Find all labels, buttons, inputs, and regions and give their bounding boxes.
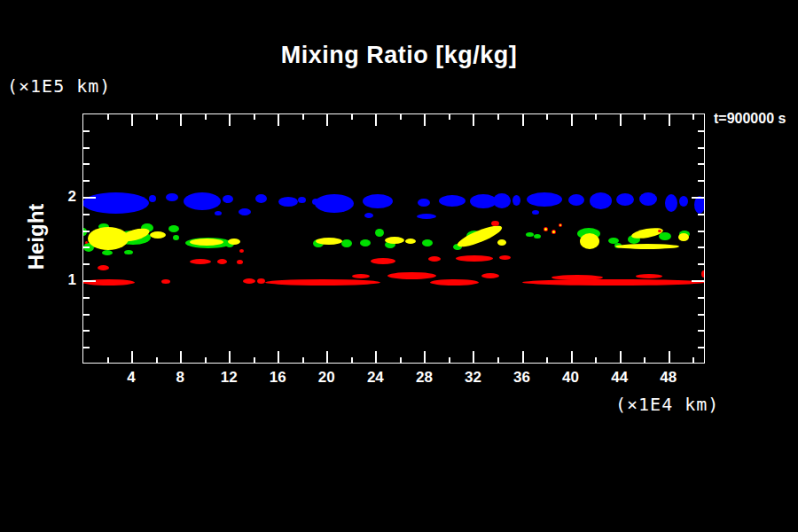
axis-tick <box>698 263 704 265</box>
contour-blob-blue <box>679 196 688 207</box>
x-tick-label: 36 <box>513 369 530 387</box>
x-tick-label: 40 <box>562 369 579 387</box>
axis-tick <box>83 163 90 165</box>
axis-tick <box>131 351 133 363</box>
contour-blob-red <box>217 259 227 264</box>
axis-tick <box>698 231 704 232</box>
contour-blob-blue <box>364 213 373 218</box>
x-tick-label: 16 <box>270 369 286 387</box>
axis-tick <box>83 297 90 299</box>
contour-blob-blue <box>418 199 430 207</box>
axis-tick <box>698 163 704 165</box>
axis-tick <box>83 231 90 232</box>
axis-tick <box>254 114 255 120</box>
contour-blob-blue <box>239 208 251 215</box>
contour-blob-yellow <box>385 237 404 244</box>
contour-blob-green <box>526 232 534 237</box>
contour-blob-blue <box>568 194 584 206</box>
axis-tick <box>698 214 704 215</box>
contour-blob-blue <box>255 194 267 203</box>
contour-blob-red <box>190 259 211 264</box>
y-axis-title: Height <box>24 204 49 270</box>
axis-tick <box>180 114 182 126</box>
contour-blob-red <box>430 279 479 286</box>
y-tick-label: 1 <box>50 271 76 289</box>
axis-tick <box>351 357 353 363</box>
contour-blob-red <box>658 230 661 232</box>
contour-blob-red <box>387 272 436 279</box>
axis-tick <box>83 330 90 332</box>
axis-tick <box>254 357 255 363</box>
x-tick-label: 20 <box>318 369 335 387</box>
axis-tick <box>497 357 499 363</box>
axis-tick <box>375 351 377 363</box>
x-tick-label: 24 <box>367 369 384 387</box>
axis-tick <box>522 351 524 363</box>
axis-tick <box>205 357 207 363</box>
x-tick-label: 48 <box>660 369 677 387</box>
contour-blob-blue <box>363 194 393 208</box>
x-tick-label: 12 <box>221 369 238 387</box>
contour-blob-blue <box>665 194 677 212</box>
axis-tick <box>107 114 109 120</box>
contour-blob-blue <box>166 193 178 201</box>
axis-tick <box>644 357 645 363</box>
axis-tick <box>205 114 207 120</box>
contour-blob-red <box>522 279 704 286</box>
axis-tick <box>302 357 304 363</box>
axis-tick <box>571 114 573 126</box>
axis-tick <box>424 114 426 126</box>
contour-blob-yellow <box>559 224 561 226</box>
axis-tick <box>424 351 426 363</box>
contour-blob-red <box>428 256 441 262</box>
axis-tick <box>302 114 304 120</box>
axis-tick <box>698 347 704 348</box>
contour-blob-red <box>239 249 244 253</box>
axis-tick <box>375 114 377 126</box>
axis-tick <box>497 114 499 120</box>
contour-blob-blue <box>149 195 156 202</box>
axis-tick <box>473 114 474 126</box>
axis-tick <box>669 351 670 363</box>
contour-blob-green <box>341 239 352 247</box>
contour-blob-green <box>360 239 371 246</box>
axis-tick <box>229 351 231 363</box>
contour-blob-red <box>636 274 662 278</box>
axis-tick <box>83 130 90 132</box>
axis-tick <box>400 114 402 120</box>
contour-blob-blue <box>184 192 221 210</box>
contour-blob-yellow <box>316 238 342 245</box>
axis-tick <box>107 357 109 363</box>
axis-tick <box>571 351 573 363</box>
contour-blob-green <box>173 235 179 240</box>
axis-tick <box>400 357 402 363</box>
chart-title: Mixing Ratio [kg/kg] <box>0 42 798 69</box>
axis-tick <box>156 357 158 363</box>
contour-blob-yellow <box>615 244 679 249</box>
contour-blob-blue <box>532 210 539 215</box>
contour-blob-red <box>243 278 255 284</box>
mixing-ratio-chart: Mixing Ratio [kg/kg] (×1E5 km) Height t=… <box>0 0 798 532</box>
x-tick-label: 4 <box>127 369 135 387</box>
contour-blob-green <box>124 250 133 254</box>
contour-blob-yellow <box>150 231 166 239</box>
contour-blob-blue <box>223 195 233 203</box>
axis-tick <box>595 357 597 363</box>
x-tick-label: 44 <box>611 369 628 387</box>
axis-tick <box>156 114 158 120</box>
contour-blob-red <box>491 221 499 226</box>
time-annotation: t=900000 s <box>714 111 786 127</box>
axis-tick <box>180 351 182 363</box>
contour-blob-green <box>168 225 179 232</box>
contour-blob-yellow <box>190 239 223 246</box>
contour-blob-red <box>98 265 109 270</box>
contour-blob-green <box>375 229 384 237</box>
axis-tick <box>351 114 353 120</box>
axis-tick <box>278 114 279 126</box>
contour-blob-layer <box>83 114 704 363</box>
contour-blob-blue <box>616 193 634 206</box>
axis-tick <box>692 357 694 363</box>
contour-blob-yellow <box>544 228 547 231</box>
plot-area <box>82 113 705 364</box>
contour-blob-red <box>456 255 493 262</box>
